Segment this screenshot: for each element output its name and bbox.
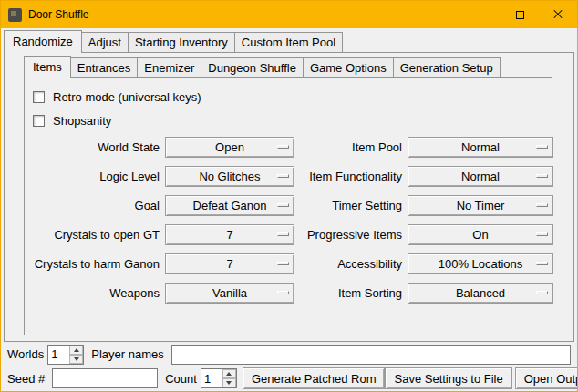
minimize-button[interactable]: [462, 1, 501, 28]
shopsanity-checkbox[interactable]: [33, 115, 45, 127]
dropdown-indicator-icon: [536, 291, 548, 294]
spin-down-button[interactable]: [69, 355, 83, 364]
dropdown-indicator-icon: [277, 203, 289, 207]
tab-custom-item-pool[interactable]: Custom Item Pool: [234, 32, 343, 52]
dropdown-world-state[interactable]: Open: [165, 137, 294, 158]
seed-input[interactable]: [52, 368, 158, 388]
dropdown-progressive-items[interactable]: On: [408, 224, 553, 245]
dropdown-value: On: [472, 228, 488, 242]
save-settings-button[interactable]: Save Settings to File: [385, 367, 511, 389]
close-button[interactable]: [539, 1, 577, 28]
dropdown-value: Vanilla: [212, 286, 247, 300]
dropdown-weapons[interactable]: Vanilla: [165, 283, 294, 304]
dropdown-indicator-icon: [277, 291, 289, 294]
open-output-directory-button[interactable]: Open Output Directory: [515, 367, 578, 389]
logic-level-label: Logic Level: [30, 170, 160, 183]
dropdown-indicator-icon: [277, 262, 289, 265]
tab-dungeon-shuffle[interactable]: Dungeon Shuffle: [201, 57, 304, 77]
dropdown-item-functionality[interactable]: Normal: [408, 166, 553, 187]
worlds-value: 1: [48, 346, 69, 364]
worlds-row: Worlds 1 Player names: [7, 344, 571, 365]
tab-starting-inventory[interactable]: Starting Inventory: [128, 32, 235, 52]
accessibility-label: Accessibility: [300, 257, 402, 271]
spin-up-button[interactable]: [69, 346, 83, 355]
world-state-label: World State: [30, 140, 160, 154]
dropdown-crystals-open-gt[interactable]: 7: [165, 224, 294, 245]
tab-enemizer[interactable]: Enemizer: [137, 57, 201, 77]
dropdown-indicator-icon: [536, 174, 548, 178]
goal-label: Goal: [30, 199, 160, 212]
arrow-down-icon: [74, 357, 79, 361]
progressive-items-label: Progressive Items: [300, 228, 402, 242]
arrow-up-icon: [226, 372, 232, 376]
maximize-button[interactable]: [501, 1, 539, 28]
dropdown-goal[interactable]: Defeat Ganon: [165, 195, 294, 216]
outer-tab-bar: Randomize Adjust Starting Inventory Cust…: [1, 30, 577, 52]
crystals-harm-ganon-label: Crystals to harm Ganon: [30, 257, 160, 271]
item-pool-label: Item Pool: [300, 140, 402, 154]
shopsanity-row: Shopsanity: [33, 113, 546, 128]
tab-generation-setup[interactable]: Generation Setup: [393, 57, 501, 77]
count-label: Count: [165, 372, 197, 386]
worlds-spinner-arrows: [69, 346, 83, 364]
shopsanity-label: Shopsanity: [53, 114, 111, 128]
tab-randomize[interactable]: Randomize: [4, 30, 82, 53]
timer-setting-label: Timer Setting: [300, 199, 402, 212]
dropdown-value: Balanced: [456, 286, 505, 300]
minimize-icon: [477, 15, 486, 15]
items-panel: Retro mode (universal keys) Shopsanity W…: [24, 77, 552, 335]
count-spinner-arrows: [222, 369, 236, 387]
window-controls: [462, 1, 577, 28]
dropdown-indicator-icon: [536, 145, 548, 149]
maximize-icon: [516, 11, 524, 19]
retro-mode-checkbox[interactable]: [33, 91, 45, 103]
dropdown-value: 7: [226, 228, 232, 242]
seed-row: Seed # Count 1 Generate Patched Rom Save…: [7, 367, 571, 389]
window-title: Door Shuffle: [28, 8, 89, 21]
dropdown-value: Normal: [461, 170, 500, 183]
dropdown-accessibility[interactable]: 100% Locations: [408, 253, 553, 274]
player-names-input[interactable]: [171, 345, 571, 365]
dropdown-indicator-icon: [536, 203, 548, 207]
player-names-label: Player names: [91, 347, 163, 361]
dropdown-value: 100% Locations: [439, 257, 523, 271]
item-functionality-label: Item Functionality: [300, 170, 402, 183]
worlds-spinner[interactable]: 1: [47, 345, 84, 365]
dropdown-logic-level[interactable]: No Glitches: [165, 166, 294, 187]
close-icon: [552, 9, 563, 20]
worlds-label: Worlds: [7, 347, 44, 361]
retro-mode-row: Retro mode (universal keys): [33, 89, 546, 104]
dropdown-value: Normal: [461, 140, 500, 154]
dropdown-item-pool[interactable]: Normal: [408, 137, 553, 158]
count-spinner[interactable]: 1: [201, 368, 237, 388]
spin-up-button[interactable]: [222, 369, 236, 378]
dropdown-value: No Timer: [457, 199, 505, 212]
tab-entrances[interactable]: Entrances: [70, 57, 139, 77]
tab-adjust[interactable]: Adjust: [81, 32, 129, 52]
arrow-up-icon: [74, 348, 79, 352]
dropdown-indicator-icon: [536, 232, 548, 236]
item-sorting-label: Item Sorting: [300, 286, 402, 300]
tab-items[interactable]: Items: [24, 56, 71, 78]
dropdown-indicator-icon: [277, 145, 289, 149]
generate-patched-rom-button[interactable]: Generate Patched Rom: [243, 367, 386, 389]
weapons-label: Weapons: [30, 286, 160, 300]
settings-grid: World State Open Item Pool Normal Logic …: [30, 137, 546, 304]
dropdown-crystals-harm-ganon[interactable]: 7: [165, 253, 294, 274]
dropdown-item-sorting[interactable]: Balanced: [408, 283, 553, 304]
dropdown-value: No Glitches: [199, 170, 260, 183]
dropdown-value: Defeat Ganon: [193, 199, 267, 212]
app-window: Door Shuffle Randomize Adjust Starting I…: [0, 0, 578, 392]
spin-down-button[interactable]: [222, 378, 236, 387]
app-icon: [8, 8, 22, 22]
dropdown-timer-setting[interactable]: No Timer: [408, 195, 553, 216]
count-value: 1: [201, 369, 222, 387]
randomize-panel: Items Entrances Enemizer Dungeon Shuffle…: [4, 52, 574, 342]
dropdown-indicator-icon: [277, 232, 289, 236]
tab-game-options[interactable]: Game Options: [303, 57, 394, 77]
dropdown-value: 7: [226, 257, 232, 271]
dropdown-value: Open: [215, 140, 244, 154]
crystals-open-gt-label: Crystals to open GT: [30, 228, 160, 242]
retro-mode-label: Retro mode (universal keys): [53, 90, 201, 104]
titlebar: Door Shuffle: [1, 1, 577, 28]
